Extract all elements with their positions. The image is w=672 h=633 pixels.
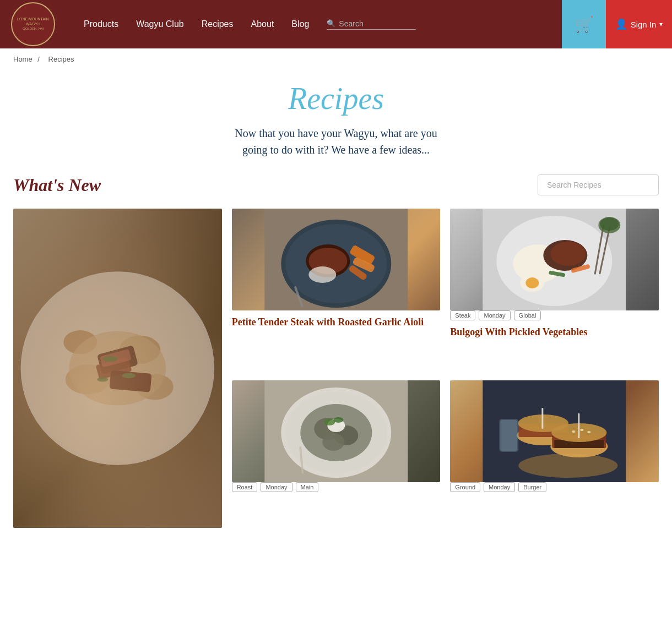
recipe-featured[interactable] [13,209,222,528]
nav-recipes[interactable]: Recipes [202,19,234,29]
recipe-card-petite-tender[interactable]: Petite Tender Steak with Roasted Garlic … [232,209,441,370]
recipes-grid: Petite Tender Steak with Roasted Garlic … [13,209,659,528]
svg-point-0 [21,271,215,465]
breadcrumb-separator: / [37,55,40,63]
svg-point-12 [122,373,135,378]
page-subtitle: Now that you have your Wagyu, what are y… [0,125,672,158]
burgers-tags: Ground Monday Burger [450,482,659,492]
svg-point-2 [66,364,110,394]
recipe-title-petite-tender: Petite Tender Steak with Roasted Garlic … [232,316,441,329]
recipe-image-petite-tender [232,209,441,310]
svg-point-28 [551,242,586,266]
nav-search-input[interactable] [339,19,416,28]
mushroom-tags: Roast Monday Main [232,482,441,492]
recipe-image-bulgogi [450,209,659,310]
search-icon-nav: 🔍 [327,19,335,28]
nav-products[interactable]: Products [84,19,118,29]
main-nav: LONE MOUNTAINWAGYUGOLDEN, NM Products Wa… [0,0,672,48]
svg-point-58 [581,429,584,431]
tag-global: Global [514,310,541,320]
svg-rect-61 [542,408,544,429]
svg-rect-9 [109,370,151,392]
recipe-card-mushroom-pasta[interactable]: Roast Monday Main [232,380,441,528]
signin-label: Sign In [631,20,657,29]
svg-rect-7 [97,345,138,374]
page-title-section: Recipes Now that you have your Wagyu, wh… [0,70,672,174]
nav-wagyu-club[interactable]: Wagyu Club [136,19,184,29]
tag-monday-2: Monday [261,482,292,492]
main-content: What's New [0,174,672,550]
logo-text: LONE MOUNTAINWAGYUGOLDEN, NM [17,17,49,31]
tag-monday-3: Monday [484,482,515,492]
nav-search-form: 🔍 [327,19,416,30]
search-recipes-input[interactable] [538,174,659,195]
svg-point-3 [120,335,160,363]
recipe-image-burgers [450,380,659,482]
svg-point-30 [526,277,539,288]
signin-button[interactable]: 👤 Sign In ▾ [606,0,672,48]
signin-chevron-icon: ▾ [659,20,663,29]
svg-point-49 [519,454,618,478]
whats-new-title: What's New [13,175,101,195]
svg-point-6 [69,331,166,405]
recipe-card-bulgogi[interactable]: Steak Monday Global Bulgogi With Pickled… [450,209,659,370]
user-icon: 👤 [615,18,627,30]
bulgogi-tags: Steak Monday Global [450,310,659,320]
nav-blog[interactable]: Blog [291,19,309,29]
featured-recipe-image [13,209,222,528]
svg-point-36 [600,217,619,231]
whats-new-header: What's New [13,174,659,195]
logo[interactable]: LONE MOUNTAINWAGYUGOLDEN, NM [0,0,66,48]
svg-point-57 [572,430,576,433]
cart-button[interactable]: 🛒 [562,0,606,48]
nav-links: Products Wagyu Club Recipes About Blog 🔍 [66,19,562,30]
tag-monday: Monday [479,310,510,320]
nav-about[interactable]: About [251,19,274,29]
recipe-title-bulgogi: Bulgogi With Pickled Vegetables [450,326,659,339]
svg-rect-10 [100,349,132,368]
svg-point-45 [324,419,335,425]
svg-point-4 [136,374,174,400]
svg-point-46 [333,417,343,423]
svg-point-22 [308,266,336,283]
svg-point-5 [63,330,97,354]
svg-point-11 [102,356,117,362]
recipe-image-mushroom-pasta [232,380,441,482]
svg-rect-60 [578,413,580,438]
tag-steak: Steak [450,310,475,320]
breadcrumb: Home / Recipes [0,48,672,70]
tag-roast: Roast [232,482,258,492]
tag-ground: Ground [450,482,480,492]
cart-icon: 🛒 [575,15,594,34]
recipe-card-burgers[interactable]: Ground Monday Burger [450,380,659,528]
breadcrumb-home[interactable]: Home [13,55,32,63]
svg-point-43 [322,433,344,451]
svg-rect-8 [96,357,132,380]
tag-burger: Burger [518,482,546,492]
tag-main: Main [296,482,319,492]
svg-rect-63 [501,420,518,451]
svg-point-1 [24,275,210,461]
breadcrumb-current: Recipes [48,55,74,63]
svg-point-13 [97,377,108,381]
page-title: Recipes [0,81,672,116]
svg-point-59 [588,431,591,433]
